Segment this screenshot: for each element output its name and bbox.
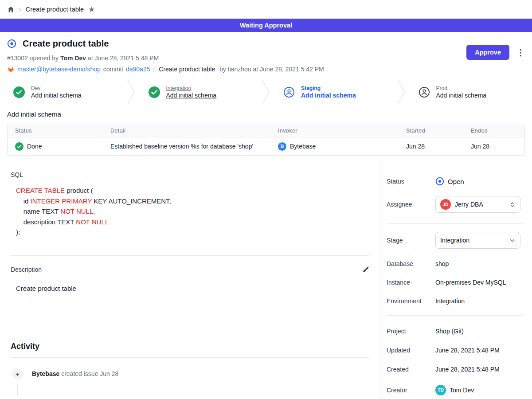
stage-task-label: Add initial schema bbox=[31, 92, 82, 99]
stage-env-label: Staging bbox=[301, 85, 356, 91]
activity-action: created issue Jun 28 bbox=[59, 370, 118, 377]
task-table: Status Detail Invoker Started Ended Done… bbox=[7, 124, 525, 156]
selector-icon bbox=[509, 201, 516, 208]
activity-text: Bytebase created issue Jun 28 bbox=[32, 370, 118, 377]
creator-avatar: TD bbox=[435, 385, 446, 395]
pipeline-stage-staging[interactable]: Staging Add initial schema bbox=[270, 80, 397, 104]
check-circle-icon bbox=[15, 142, 23, 151]
pipeline-stage-prod[interactable]: Prod Add initial schema bbox=[405, 80, 532, 104]
sql-token: product ( bbox=[65, 187, 93, 194]
column-header: Ended bbox=[463, 128, 524, 134]
stage-select[interactable]: Integration bbox=[435, 232, 520, 249]
sql-token: ); bbox=[16, 228, 20, 236]
assignee-select[interactable]: JD Jerry DBA bbox=[435, 196, 520, 213]
sql-token: CREATE TABLE bbox=[16, 187, 65, 194]
gitlab-icon bbox=[7, 66, 15, 73]
pipeline-stage-dev[interactable]: Dev Add initial schema bbox=[0, 80, 127, 104]
task-ended-cell: Jun 28 bbox=[463, 143, 524, 150]
activity-title: Activity bbox=[11, 342, 369, 351]
kebab-menu-icon[interactable]: ⋮ bbox=[516, 48, 525, 57]
sql-token: NOT NULL, bbox=[60, 207, 95, 215]
task-detail-cell: Established baseline version %s for data… bbox=[103, 143, 270, 150]
commit-hash-link[interactable]: da90a25 bbox=[126, 66, 150, 73]
created-value: June 28, 2021 5:48 PM bbox=[435, 366, 500, 373]
sql-token: KEY AUTO_INCREMENT, bbox=[92, 197, 171, 205]
approve-button[interactable]: Approve bbox=[466, 45, 509, 60]
sql-label: SQL bbox=[11, 171, 369, 178]
column-header: Started bbox=[399, 128, 463, 134]
sql-code-block: CREATE TABLE product ( id INTEGER PRIMAR… bbox=[16, 185, 369, 238]
issue-id: #13002 opened by bbox=[7, 55, 60, 62]
check-circle-icon bbox=[13, 86, 25, 98]
status-banner: Waiting Approval bbox=[0, 19, 532, 32]
user-circle-icon bbox=[283, 86, 295, 98]
stage-task-link[interactable]: Add initial schema bbox=[166, 92, 217, 99]
commit-branch-link[interactable]: master@bytebase-demo/shop bbox=[17, 66, 101, 73]
task-invoker-name: Bytebase bbox=[290, 143, 316, 150]
activity-item: + Bytebase created issue Jun 28 bbox=[11, 368, 369, 379]
table-row[interactable]: Done Established baseline version %s for… bbox=[8, 137, 524, 155]
stage-env-label: Dev bbox=[31, 85, 82, 91]
task-section: Add initial schema Status Detail Invoker… bbox=[0, 104, 532, 160]
timeline-line bbox=[17, 384, 18, 396]
stage-env-label: Integration bbox=[166, 85, 217, 91]
commit-line: master@bytebase-demo/shopcommitda90a25: … bbox=[7, 66, 525, 73]
status-banner-text: Waiting Approval bbox=[240, 22, 292, 29]
check-circle-icon bbox=[149, 86, 160, 98]
creator-value: TD Tom Dev bbox=[435, 385, 474, 395]
stage-task-label: Add initial schema bbox=[436, 92, 487, 99]
sidebar-divider bbox=[387, 223, 523, 224]
creator-label: Creator bbox=[387, 387, 435, 394]
task-status-text: Done bbox=[27, 143, 42, 150]
stage-env-label: Prod bbox=[436, 85, 487, 91]
status-value: Open bbox=[435, 177, 464, 186]
sql-token: id bbox=[16, 197, 31, 205]
assignee-avatar: JD bbox=[440, 199, 451, 210]
edit-pencil-icon[interactable] bbox=[362, 266, 369, 274]
column-header: Invoker bbox=[270, 128, 399, 134]
activity-divider bbox=[11, 357, 369, 358]
issue-meta: #13002 opened by Tom Dev at June 28, 202… bbox=[7, 55, 525, 62]
home-icon[interactable] bbox=[7, 6, 15, 13]
user-circle-icon bbox=[419, 86, 430, 98]
stage-task-link[interactable]: Add initial schema bbox=[301, 92, 356, 99]
task-table-header: Status Detail Invoker Started Ended bbox=[8, 124, 524, 137]
sql-token: INTEGER PRIMARY bbox=[31, 197, 92, 205]
main-panel: SQL CREATE TABLE product ( id INTEGER PR… bbox=[0, 160, 380, 399]
commit-byline: by tianzhou at June 28, 2021 5:42 PM bbox=[218, 66, 324, 73]
issue-header: Create product table #13002 opened by To… bbox=[0, 32, 532, 80]
pipeline-stage-integration[interactable]: Integration Add initial schema bbox=[135, 80, 262, 104]
sql-token: NOT NULL bbox=[76, 218, 109, 226]
project-label: Project bbox=[387, 328, 435, 335]
stage-separator bbox=[262, 80, 270, 104]
status-open-icon bbox=[435, 177, 444, 186]
chevron-down-icon bbox=[509, 237, 516, 244]
activity-actor: Bytebase bbox=[32, 370, 59, 377]
commit-message: Create product table bbox=[159, 66, 215, 73]
stage-separator bbox=[397, 80, 405, 104]
commit-word: commit bbox=[103, 66, 123, 73]
stage-label: Stage bbox=[387, 237, 435, 244]
created-label: Created bbox=[387, 366, 435, 373]
page-title: Create product table bbox=[23, 39, 109, 49]
star-icon[interactable]: ★ bbox=[88, 6, 95, 13]
stage-separator bbox=[127, 80, 135, 104]
plus-icon: + bbox=[12, 368, 23, 379]
sidebar-divider bbox=[387, 315, 523, 316]
commit-colon: : bbox=[153, 66, 156, 73]
sql-token: description TEXT bbox=[16, 218, 76, 226]
task-invoker-cell: B Bytebase bbox=[270, 142, 399, 151]
updated-label: Updated bbox=[387, 347, 435, 354]
assignee-value: Jerry DBA bbox=[455, 201, 505, 208]
task-started-cell: Jun 28 bbox=[399, 143, 463, 150]
section-divider bbox=[11, 255, 369, 256]
issue-opened-time: at June 28, 2021 5:48 PM bbox=[86, 55, 159, 62]
pipeline-bar: Dev Add initial schema Integration Add i… bbox=[0, 80, 532, 104]
database-value: shop bbox=[435, 260, 449, 267]
instance-label: Instance bbox=[387, 279, 435, 286]
issue-author: Tom Dev bbox=[60, 55, 86, 62]
instance-value: On-premises Dev MySQL bbox=[435, 279, 506, 286]
bytebase-avatar: B bbox=[278, 142, 286, 151]
environment-label: Environment bbox=[387, 297, 435, 305]
sql-token: name TEXT bbox=[16, 207, 60, 215]
